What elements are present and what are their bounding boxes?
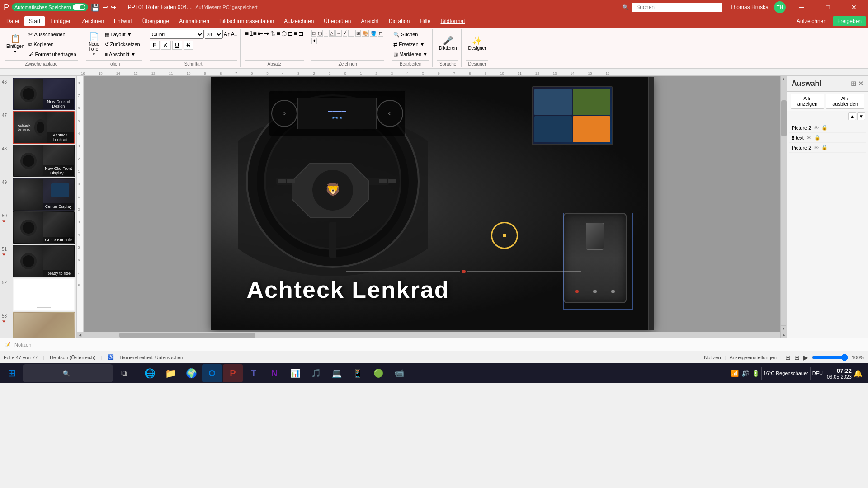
layer-picture2-1[interactable]: Picture 2 👁 🔒 <box>789 123 866 133</box>
ellipse-icon[interactable]: ○ <box>324 30 328 37</box>
menu-animationen[interactable]: Animationen <box>175 16 214 26</box>
notes-toggle[interactable]: Notizen <box>704 355 721 360</box>
section-button[interactable]: ≡Abschnitt ▼ <box>103 50 142 59</box>
view-normal-icon[interactable]: ⊟ <box>785 354 791 361</box>
quick-styles-icon[interactable]: 🎨 <box>362 30 369 37</box>
sharepoint-app[interactable]: 📊 <box>285 364 305 382</box>
slide-item-52[interactable]: 52 <box>2 278 75 311</box>
scroll-right-button[interactable]: ▶ <box>780 332 787 338</box>
volume-icon[interactable]: 🔊 <box>741 370 749 377</box>
rounded-rect-icon[interactable]: ▢ <box>317 30 323 37</box>
align-left-icon[interactable]: ⊏ <box>288 30 293 37</box>
font-size-select[interactable]: 28 <box>205 30 223 39</box>
undo-icon[interactable]: ↩ <box>103 4 108 11</box>
dictate-button[interactable]: 🎤 Diktieren <box>437 30 458 57</box>
slide-thumb-49[interactable]: Center Display <box>13 178 75 211</box>
view-sort-icon[interactable]: ⊞ <box>794 354 800 361</box>
format-button[interactable]: 🖌Format übertragen <box>27 50 78 59</box>
minimize-button[interactable]: ─ <box>791 0 812 14</box>
arrow-icon[interactable]: → <box>335 30 342 37</box>
search-button[interactable]: 🔍Suchen <box>392 30 429 39</box>
arrange-icon[interactable]: ⊞ <box>355 30 361 37</box>
slide-thumb-53[interactable] <box>13 312 75 338</box>
strikethrough-button[interactable]: S <box>184 41 193 50</box>
teams-app[interactable]: T <box>244 364 264 382</box>
start-button[interactable]: ⊞ <box>2 364 22 382</box>
slide-thumb-46[interactable]: New Cockpit Design <box>13 78 75 110</box>
slide-item-48[interactable]: 48 New Ckd Front Display... <box>2 145 75 177</box>
notes-label[interactable]: Notizen <box>14 342 31 347</box>
slide-item-53[interactable]: 53★ <box>2 312 75 338</box>
powerpoint-app[interactable]: P <box>223 364 243 382</box>
menu-bildschirm[interactable]: Bildschirmpräsentation <box>215 16 278 26</box>
effects-icon[interactable]: ✦ <box>311 38 317 44</box>
scroll-up-button[interactable]: ▲ <box>781 76 786 82</box>
taskbar-clock[interactable]: 07:22 06.05.2023 <box>827 367 852 380</box>
menu-ueberpruefen[interactable]: Überprüfen <box>319 16 355 26</box>
align-text-icon[interactable]: ≡ <box>277 30 280 37</box>
bullet-list-icon[interactable]: ≡ <box>245 30 249 37</box>
slide-item-46[interactable]: 46 New Cockpit Design <box>2 78 75 110</box>
menu-einfuegen[interactable]: Einfügen <box>46 16 76 26</box>
replace-button[interactable]: ⇄Ersetzen ▼ <box>392 40 429 49</box>
layer-lock-icon-3[interactable]: 🔒 <box>821 145 828 150</box>
fill-icon[interactable]: 🪣 <box>370 30 377 37</box>
view-reading-icon[interactable]: ▶ <box>803 354 808 361</box>
layer-text[interactable]: !! text 👁 🔒 <box>789 133 866 143</box>
redo-icon[interactable]: ↪ <box>111 4 116 11</box>
slide-thumb-52[interactable] <box>13 278 75 311</box>
chrome-browser[interactable]: 🌍 <box>181 364 201 382</box>
extra-app-5[interactable]: 📹 <box>389 364 409 382</box>
edge-browser[interactable]: 🌐 <box>140 364 160 382</box>
layout-button[interactable]: ▦Layout ▼ <box>103 30 142 39</box>
layer-picture2-2[interactable]: Picture 2 👁 🔒 <box>789 143 866 153</box>
layer-lock-icon-2[interactable]: 🔒 <box>814 135 821 141</box>
zoom-slider[interactable] <box>812 354 848 361</box>
layer-eye-icon-1[interactable]: 👁 <box>814 125 819 131</box>
slide-thumb-48[interactable]: New Ckd Front Display... <box>13 145 75 177</box>
autosave-toggle[interactable]: Automatisches Speichern <box>12 3 88 11</box>
numbered-list-icon[interactable]: 1≡ <box>250 30 257 37</box>
maximize-button[interactable]: □ <box>817 0 838 14</box>
slide-title-text[interactable]: Achteck Lenkrad <box>247 276 450 303</box>
scroll-left-button[interactable]: ◀ <box>77 332 83 338</box>
wifi-icon[interactable]: 📶 <box>731 370 739 377</box>
slide-item-47[interactable]: 47 Achteck Lenkrad Achteck Lenkrad <box>2 111 75 144</box>
slide-thumb-50[interactable]: Gen 3 Konsole <box>13 211 75 244</box>
search-taskbar-button[interactable]: 🔍 <box>23 364 113 382</box>
slide-thumb-47[interactable]: Achteck Lenkrad Achteck Lenkrad <box>13 111 75 144</box>
arrow-down-button[interactable]: ▼ <box>857 112 865 120</box>
panel-expand-icon[interactable]: ⊞ <box>851 80 856 87</box>
rect-icon[interactable]: □ <box>311 30 316 37</box>
extra-app-3[interactable]: 📱 <box>348 364 368 382</box>
hide-all-button[interactable]: Alle ausblenden <box>826 94 864 109</box>
display-settings[interactable]: Anzeigeeinstellungen <box>729 355 777 360</box>
menu-bildformat[interactable]: Bildformat <box>436 16 469 26</box>
smartart-icon[interactable]: ⬡ <box>281 30 287 37</box>
accessibility-status[interactable]: Barrierefreiheit: Untersuchen <box>119 355 183 360</box>
underline-button[interactable]: U <box>172 41 182 50</box>
layer-lock-icon-1[interactable]: 🔒 <box>821 125 828 131</box>
new-slide-button[interactable]: 📄 Neue Folie ▼ <box>86 32 102 57</box>
cut-button[interactable]: ✂Ausschneiden <box>27 30 78 39</box>
extra-app-1[interactable]: 🎵 <box>306 364 326 382</box>
menu-ansicht[interactable]: Ansicht <box>356 16 383 26</box>
layer-eye-icon-3[interactable]: 👁 <box>814 145 819 150</box>
vert-scroll-thumb[interactable] <box>781 100 787 136</box>
shape-more-icon[interactable]: ⋯ <box>348 30 354 37</box>
slide-item-51[interactable]: 51★ Ready to ride <box>2 245 75 277</box>
designer-button[interactable]: ✨ Designer <box>466 30 488 57</box>
close-button[interactable]: ✕ <box>844 0 864 14</box>
battery-icon[interactable]: 🔋 <box>752 370 760 377</box>
outlook-app[interactable]: O <box>202 364 222 382</box>
bold-button[interactable]: F <box>150 41 160 50</box>
italic-button[interactable]: K <box>161 41 171 50</box>
menu-uebergaenge[interactable]: Übergänge <box>138 16 174 26</box>
align-center-icon[interactable]: ≡ <box>294 30 297 37</box>
slide-item-49[interactable]: 49 Center Display <box>2 178 75 211</box>
layer-eye-icon-2[interactable]: 👁 <box>807 135 811 141</box>
outline-icon[interactable]: ◻ <box>378 30 383 37</box>
font-family-select[interactable]: Calibri <box>150 30 204 39</box>
save-icon[interactable]: 💾 <box>91 3 100 12</box>
file-explorer[interactable]: 📁 <box>160 364 180 382</box>
